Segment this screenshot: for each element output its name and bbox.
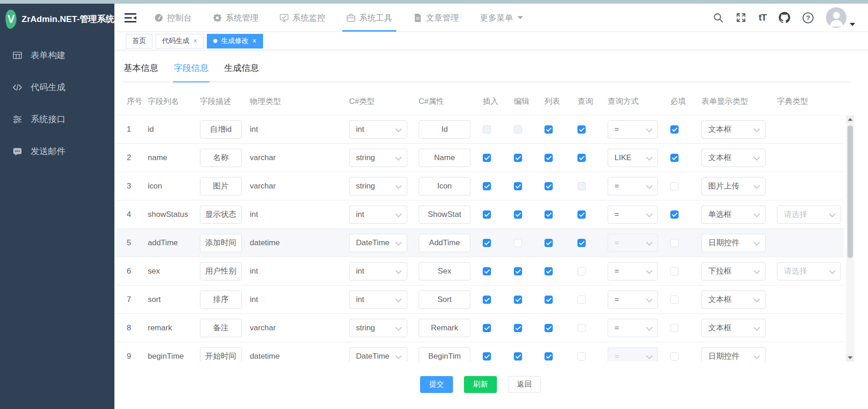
edit-checkbox[interactable] [514,352,522,361]
top-nav-item-5[interactable]: 更多菜单 [473,4,530,32]
user-caret-down-icon[interactable] [850,23,855,26]
edit-checkbox[interactable] [514,296,522,304]
csharp-type-select[interactable]: int [349,262,407,280]
query-type-select[interactable]: = [608,234,658,252]
query-checkbox[interactable] [577,154,586,162]
edit-checkbox[interactable] [514,154,522,162]
description-input[interactable] [200,262,242,280]
top-nav-item-1[interactable]: 系统管理 [206,4,265,32]
top-nav-item-0[interactable]: 控制台 [147,4,199,32]
query-type-select[interactable]: = [608,347,658,362]
view-tag-2[interactable]: 生成修改× [207,34,263,48]
required-checkbox[interactable] [670,182,679,190]
list-checkbox[interactable] [545,324,553,332]
required-checkbox[interactable] [670,296,679,304]
sidebar-item-0[interactable]: 表单构建 [0,39,114,71]
fullscreen-icon[interactable] [736,12,746,23]
submit-button[interactable]: 提交 [420,376,453,393]
top-nav-item-2[interactable]: 系统监控 [273,4,332,32]
query-type-select[interactable]: = [608,319,658,337]
list-checkbox[interactable] [545,239,553,247]
list-checkbox[interactable] [545,182,553,190]
query-checkbox[interactable] [577,324,586,332]
query-type-select[interactable]: = [608,205,658,224]
html-type-select[interactable]: 文本框 [701,149,766,167]
query-checkbox[interactable] [577,182,586,190]
csharp-type-select[interactable]: DateTime [349,234,407,252]
required-checkbox[interactable] [670,324,679,332]
sidebar-item-2[interactable]: 系统接口 [0,103,114,135]
insert-checkbox[interactable] [483,296,491,304]
required-checkbox[interactable] [670,352,679,361]
avatar[interactable] [826,7,846,28]
list-checkbox[interactable] [545,154,553,162]
sidebar-item-3[interactable]: 发送邮件 [0,135,114,167]
required-checkbox[interactable] [670,154,679,162]
required-checkbox[interactable] [670,210,679,219]
insert-checkbox[interactable] [483,239,491,247]
html-type-select[interactable]: 文本框 [701,120,766,139]
csharp-prop-input[interactable] [419,205,470,224]
tab-0[interactable]: 基本信息 [123,62,159,81]
csharp-prop-input[interactable] [419,177,470,195]
sidebar-item-1[interactable]: 代码生成 [0,71,114,103]
query-type-select[interactable]: = [608,120,658,139]
dict-type-select[interactable]: 请选择 [777,205,841,224]
csharp-type-select[interactable]: string [349,177,407,195]
scroll-down-arrow[interactable] [846,354,854,361]
html-type-select[interactable]: 下拉框 [701,262,766,280]
query-checkbox[interactable] [577,125,586,134]
csharp-prop-input[interactable] [419,291,470,309]
query-checkbox[interactable] [577,352,586,361]
description-input[interactable] [200,234,242,252]
list-checkbox[interactable] [545,267,553,275]
tab-1[interactable]: 字段信息 [173,62,210,81]
html-type-select[interactable]: 日期控件 [701,347,766,362]
description-input[interactable] [200,319,242,337]
csharp-prop-input[interactable] [419,120,470,139]
edit-checkbox[interactable] [514,267,522,275]
insert-checkbox[interactable] [483,182,491,190]
edit-checkbox[interactable] [514,324,522,332]
list-checkbox[interactable] [545,296,553,304]
close-icon[interactable]: × [193,38,197,45]
csharp-prop-input[interactable] [419,347,470,362]
query-checkbox[interactable] [577,239,586,247]
github-icon[interactable] [779,12,790,23]
list-checkbox[interactable] [545,352,553,361]
csharp-type-select[interactable]: string [349,149,407,167]
csharp-type-select[interactable]: string [349,319,407,337]
html-type-select[interactable]: 单选框 [701,205,766,224]
csharp-prop-input[interactable] [419,149,470,167]
insert-checkbox[interactable] [483,352,491,361]
view-tag-0[interactable]: 首页 [126,34,152,48]
csharp-prop-input[interactable] [419,262,470,280]
sidebar-fold-icon[interactable] [124,13,136,23]
query-type-select[interactable]: = [608,177,658,195]
font-size-icon[interactable]: tT [759,12,766,23]
user-menu[interactable] [826,7,855,28]
description-input[interactable] [200,205,242,224]
query-checkbox[interactable] [577,210,586,219]
scroll-up-arrow[interactable] [846,115,854,123]
refresh-button[interactable]: 刷新 [464,376,497,393]
description-input[interactable] [200,120,242,139]
query-checkbox[interactable] [577,296,586,304]
description-input[interactable] [200,347,242,362]
html-type-select[interactable]: 文本框 [701,319,766,337]
csharp-type-select[interactable]: int [349,205,407,224]
query-type-select[interactable]: LIKE [608,149,658,167]
insert-checkbox[interactable] [483,125,491,134]
edit-checkbox[interactable] [514,210,522,219]
csharp-type-select[interactable]: int [349,120,407,139]
insert-checkbox[interactable] [483,324,491,332]
query-type-select[interactable]: = [608,291,658,309]
insert-checkbox[interactable] [483,267,491,275]
csharp-type-select[interactable]: DateTime [349,347,407,362]
html-type-select[interactable]: 日期控件 [701,234,766,252]
edit-checkbox[interactable] [514,239,522,247]
tab-2[interactable]: 生成信息 [223,62,260,81]
html-type-select[interactable]: 文本框 [701,291,766,309]
back-button[interactable]: 返回 [508,376,541,393]
list-checkbox[interactable] [545,210,553,219]
